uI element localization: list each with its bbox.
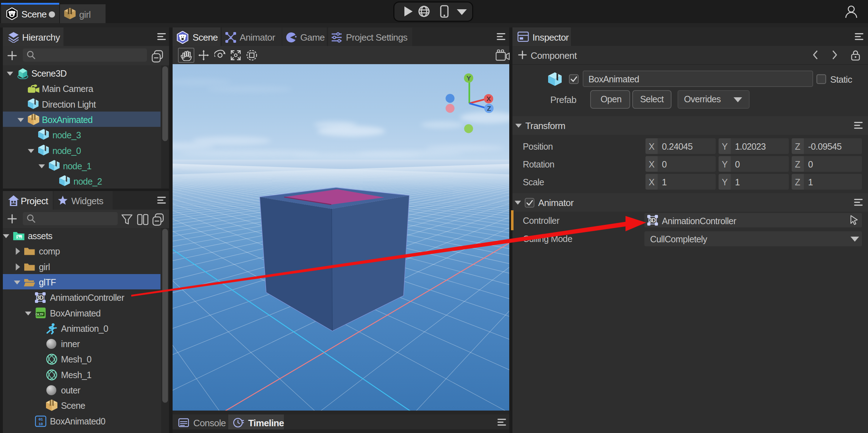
svg-text:Z: Z (487, 105, 491, 112)
svg-text:GLTF: GLTF (36, 312, 44, 316)
svg-text:01: 01 (39, 417, 43, 422)
svg-text:3D: 3D (649, 217, 655, 223)
svg-text:3D: 3D (36, 295, 43, 301)
svg-text:z: z (229, 34, 233, 40)
svg-text:X: X (486, 95, 491, 103)
svg-text:Y: Y (466, 74, 471, 82)
svg-text:10: 10 (39, 422, 43, 426)
